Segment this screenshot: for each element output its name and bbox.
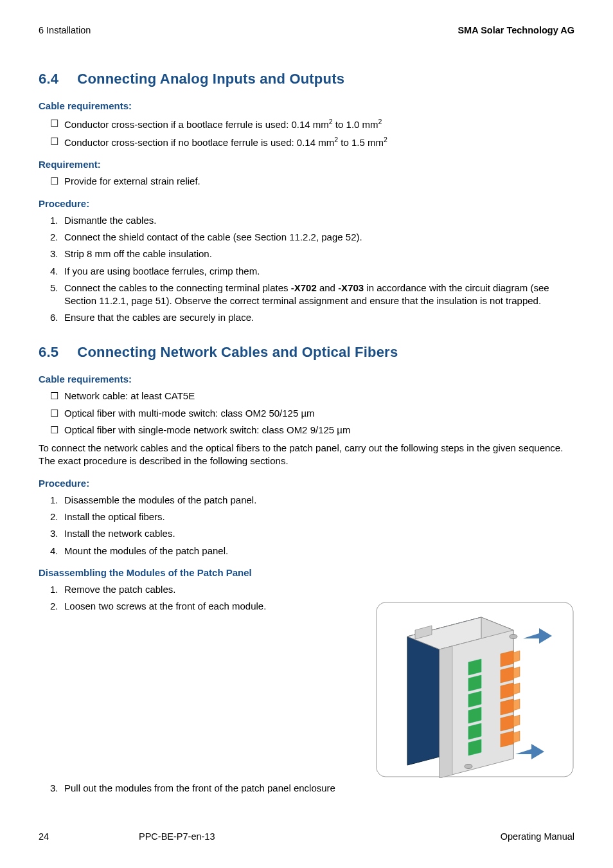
svg-point-24 [510,635,517,639]
heading-6-5: 6.5 Connecting Network Cables and Optica… [39,343,574,362]
heading-6-4: 6.4 Connecting Analog Inputs and Outputs [39,69,574,89]
page-footer: 24 PPC-BE-P7-en-13 Operating Manual [39,831,574,844]
procedure-list-64: Dismantle the cables. Connect the shield… [39,214,574,325]
list-item: Connect the shield contact of the cable … [50,231,574,244]
subhead-cable-req-64: Cable requirements: [39,100,574,113]
subhead-disassembling: Disassembling the Modules of the Patch P… [39,566,574,579]
list-item: Network cable: at least CAT5E [50,390,574,402]
list-item: Conductor cross-section if no bootlace f… [50,135,574,149]
svg-marker-21 [513,699,520,710]
superscript: 2 [378,118,382,125]
procedure-list-65: Disassemble the modules of the patch pan… [39,494,574,557]
text: Loosen two screws at the front of each m… [64,601,266,611]
heading-title: Connecting Analog Inputs and Outputs [77,71,344,87]
svg-marker-23 [513,731,520,743]
text: and [317,282,338,293]
svg-marker-19 [513,667,520,678]
text: to 1.5 mm [338,137,384,148]
footer-doc-id: PPC-BE-P7-en-13 [139,831,215,844]
list-item: If you are using bootlace ferrules, crim… [50,265,574,278]
list-item: Provide for external strain relief. [50,175,574,188]
page-header: 6 Installation SMA Solar Technology AG [39,24,574,37]
heading-num: 6.5 [39,343,73,362]
intro-para-65: To connect the network cables and the op… [39,442,574,468]
subhead-cable-req-65: Cable requirements: [39,373,574,386]
disasm-list: Remove the patch cables. Loosen two scre… [39,583,574,795]
module-diagram-icon [375,601,574,778]
header-company: SMA Solar Technology AG [458,24,574,37]
list-item: Ensure that the cables are securely in p… [50,311,574,324]
list-item: Optical fiber with multi-mode switch: cl… [50,407,574,420]
list-item: Pull out the modules from the front of t… [50,782,574,795]
list-item: Conductor cross-section if a bootlace fe… [50,117,574,131]
text: Connect the cables to the connecting ter… [64,282,291,293]
list-item: Mount the modules of the patch panel. [50,545,574,557]
subhead-procedure-65: Procedure: [39,477,574,490]
list-item: Install the network cables. [50,527,574,540]
svg-marker-18 [513,651,520,662]
svg-marker-27 [515,744,544,759]
cable-req-list-65: Network cable: at least CAT5E Optical fi… [39,390,574,437]
heading-num: 6.4 [39,69,73,89]
list-item: Remove the patch cables. [50,583,574,596]
req-list-64: Provide for external strain relief. [39,175,574,188]
list-item: Loosen two screws at the front of each m… [50,600,574,778]
svg-marker-20 [513,683,520,694]
subhead-requirement-64: Requirement: [39,158,574,171]
text-bold: -X702 [291,282,317,293]
superscript: 2 [384,136,387,143]
list-item: Dismantle the cables. [50,214,574,227]
svg-marker-22 [513,715,520,727]
list-item: Optical fiber with single-mode network s… [50,424,574,437]
footer-page-number: 24 [39,831,49,844]
svg-marker-5 [440,646,452,778]
header-section: 6 Installation [39,24,91,37]
svg-point-25 [465,764,472,769]
list-item: Install the optical fibers. [50,511,574,523]
cable-req-list-64: Conductor cross-section if a bootlace fe… [39,117,574,150]
footer-doc-type: Operating Manual [501,831,574,844]
patch-panel-figure [375,601,574,778]
svg-marker-26 [523,628,552,644]
subhead-procedure-64: Procedure: [39,197,574,210]
section-6-4: 6.4 Connecting Analog Inputs and Outputs… [39,69,574,325]
text: to 1.0 mm [333,119,378,130]
list-item: Strip 8 mm off the cable insulation. [50,248,574,260]
list-item: Connect the cables to the connecting ter… [50,282,574,308]
text: Conductor cross-section if a bootlace fe… [64,119,329,130]
section-6-5: 6.5 Connecting Network Cables and Optica… [39,343,574,795]
text: Conductor cross-section if no bootlace f… [64,137,334,148]
heading-title: Connecting Network Cables and Optical Fi… [77,344,398,360]
text-bold: -X703 [338,282,364,293]
list-item: Disassemble the modules of the patch pan… [50,494,574,507]
